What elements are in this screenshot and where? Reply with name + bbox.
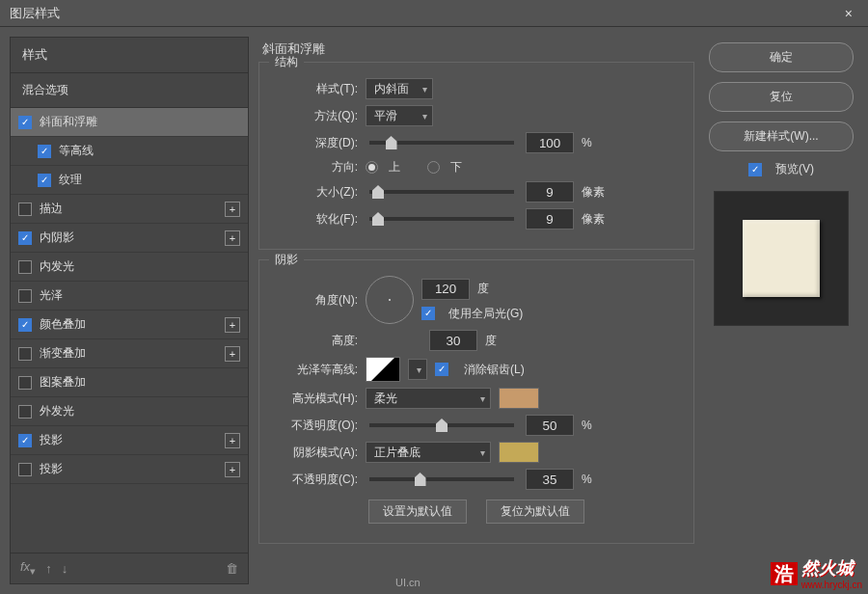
styles-panel: 样式 混合选项 斜面和浮雕等高线纹理描边+内阴影+内发光光泽颜色叠加+渐变叠加+… [10,37,249,584]
style-label: 样式(T): [271,81,358,97]
fx-icon[interactable]: fx▾ [20,559,36,578]
blending-options[interactable]: 混合选项 [11,73,248,108]
dialog-titlebar: 图层样式 × [0,0,868,27]
size-slider[interactable] [369,190,514,194]
antialias-checkbox[interactable] [435,363,448,376]
shadow-opacity-slider[interactable] [369,477,514,481]
angle-label: 角度(N): [271,292,358,309]
style-item-label: 内发光 [40,258,240,275]
new-style-button[interactable]: 新建样式(W)... [709,122,854,151]
direction-up-radio[interactable] [366,161,378,174]
style-item-10[interactable]: 外发光 [11,397,248,426]
depth-slider[interactable] [369,141,514,145]
dialog-body: 样式 混合选项 斜面和浮雕等高线纹理描边+内阴影+内发光光泽颜色叠加+渐变叠加+… [0,27,868,594]
soften-label: 软化(F): [271,211,358,228]
style-checkbox[interactable] [18,405,32,418]
style-item-9[interactable]: 图案叠加 [11,368,248,397]
depth-input[interactable] [526,132,574,153]
style-select[interactable]: 内斜面 [366,78,433,99]
ok-button[interactable]: 确定 [709,42,854,72]
style-item-label: 描边 [40,201,225,217]
size-input[interactable] [526,181,574,202]
shadow-opacity-label: 不透明度(C): [271,472,358,488]
reset-button[interactable]: 复位 [709,82,854,112]
style-checkbox[interactable] [18,260,32,274]
style-checkbox[interactable] [18,463,32,476]
style-checkbox[interactable] [18,116,32,129]
style-item-label: 颜色叠加 [40,316,225,333]
styles-header[interactable]: 样式 [11,38,248,73]
close-button[interactable]: × [839,4,858,23]
preview-box [714,191,849,326]
style-item-3[interactable]: 描边+ [11,195,248,224]
global-light-checkbox[interactable] [421,307,435,320]
style-item-5[interactable]: 内发光 [11,253,248,282]
shadow-color-swatch[interactable] [499,442,539,463]
style-checkbox[interactable] [18,376,32,390]
style-checkbox[interactable] [18,289,32,303]
style-item-label: 纹理 [59,172,240,188]
style-item-0[interactable]: 斜面和浮雕 [11,108,248,137]
soften-input[interactable] [526,208,574,230]
trash-icon[interactable]: 🗑 [226,561,238,576]
style-item-1[interactable]: 等高线 [11,137,248,166]
style-item-2[interactable]: 纹理 [11,166,248,195]
style-item-8[interactable]: 渐变叠加+ [11,339,248,368]
shadow-opacity-input[interactable] [526,469,574,490]
structure-legend: 结构 [269,54,304,70]
shadow-mode-select[interactable]: 正片叠底 [366,442,491,463]
styles-footer: fx▾ ↑ ↓ 🗑 [11,553,248,583]
highlight-mode-select[interactable]: 柔光 [366,388,491,409]
preview-checkbox[interactable] [748,163,762,176]
move-up-icon[interactable]: ↑ [45,561,52,576]
altitude-input[interactable] [429,330,477,351]
shading-legend: 阴影 [269,252,304,268]
style-list: 斜面和浮雕等高线纹理描边+内阴影+内发光光泽颜色叠加+渐变叠加+图案叠加外发光投… [11,108,248,553]
add-effect-button[interactable]: + [225,202,240,217]
add-effect-button[interactable]: + [225,317,240,333]
direction-label: 方向: [271,159,358,176]
section-title: 斜面和浮雕 [258,40,694,58]
style-checkbox[interactable] [18,202,32,216]
technique-label: 方法(Q): [271,108,358,124]
highlight-opacity-slider[interactable] [369,423,514,427]
style-checkbox[interactable] [38,145,51,158]
gloss-contour-menu[interactable] [408,359,427,380]
style-item-label: 光泽 [40,287,240,304]
style-item-7[interactable]: 颜色叠加+ [11,310,248,339]
add-effect-button[interactable]: + [225,433,240,448]
angle-wheel[interactable] [366,276,414,324]
style-item-6[interactable]: 光泽 [11,282,248,310]
style-item-label: 渐变叠加 [40,345,225,362]
style-checkbox[interactable] [18,347,32,361]
style-item-label: 图案叠加 [40,374,240,391]
add-effect-button[interactable]: + [225,346,240,362]
add-effect-button[interactable]: + [225,462,240,477]
move-down-icon[interactable]: ↓ [62,561,68,576]
highlight-mode-label: 高光模式(H): [271,391,358,407]
soften-slider[interactable] [369,217,514,221]
style-checkbox[interactable] [18,434,32,447]
style-item-11[interactable]: 投影+ [11,426,248,455]
style-item-12[interactable]: 投影+ [11,455,248,484]
style-item-label: 等高线 [59,143,240,159]
make-default-button[interactable]: 设置为默认值 [368,500,467,524]
style-checkbox[interactable] [18,231,32,245]
reset-default-button[interactable]: 复位为默认值 [486,500,584,524]
style-item-label: 内阴影 [40,230,225,246]
style-checkbox[interactable] [18,318,32,332]
direction-down-radio[interactable] [427,161,440,174]
preview-label: 预览(V) [775,161,814,177]
angle-input[interactable] [421,279,470,300]
depth-label: 深度(D): [271,135,358,151]
preview-swatch [743,220,820,297]
size-label: 大小(Z): [271,184,358,201]
add-effect-button[interactable]: + [225,230,240,246]
highlight-color-swatch[interactable] [499,388,539,409]
gloss-contour[interactable] [366,357,400,382]
style-item-4[interactable]: 内阴影+ [11,224,248,253]
style-checkbox[interactable] [38,174,51,187]
technique-select[interactable]: 平滑 [366,105,433,126]
structure-group: 结构 样式(T): 内斜面 方法(Q): 平滑 深度(D): % 方向: 上 [258,62,694,250]
highlight-opacity-input[interactable] [526,415,574,436]
